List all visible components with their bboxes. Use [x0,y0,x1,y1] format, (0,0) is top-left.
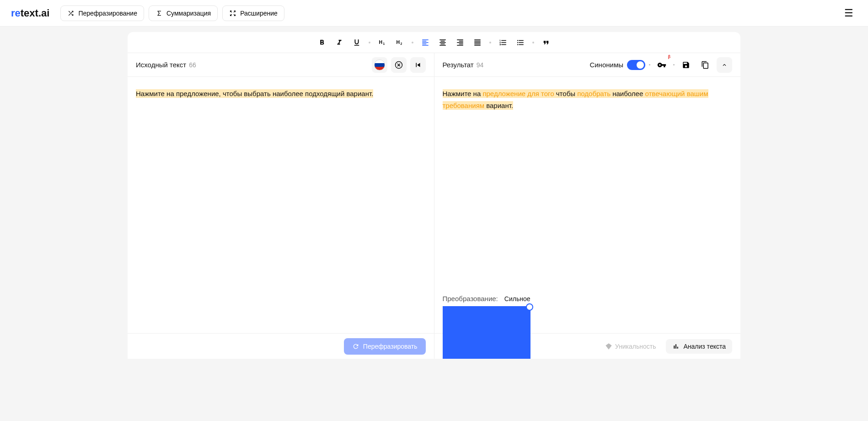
mode-rephrase[interactable]: Перефразирование [60,5,144,21]
save-icon [682,61,690,69]
h1-button[interactable]: H1 [375,35,390,50]
synonyms-label: Синонимы [589,61,623,69]
transform-slider[interactable] [443,306,530,359]
close-circle-icon [395,61,403,69]
chevron-first-icon [414,61,422,69]
panel-headers: Исходный текст 66 Результат 94 Синонимы … [128,53,740,77]
svg-text:2: 2 [401,42,402,45]
save-button[interactable] [678,57,694,73]
collapse-left-button[interactable] [410,57,426,73]
shuffle-icon [67,10,75,17]
flag-ru-icon [374,59,385,70]
beta-badge: β [668,54,671,59]
source-header: Исходный текст 66 [128,53,434,76]
menu-icon[interactable]: ☰ [841,5,857,21]
source-count: 66 [189,61,196,69]
top-bar: retext.ai Перефразирование Суммаризация … [0,0,868,27]
align-left-button[interactable] [418,35,433,50]
collapse-button[interactable] [717,57,732,73]
separator [369,42,370,43]
mode-buttons: Перефразирование Суммаризация Расширение [60,5,284,21]
rephrase-button[interactable]: Перефразировать [344,338,426,355]
sigma-icon [155,10,163,17]
italic-button[interactable] [332,35,347,50]
result-sentence[interactable]: Нажмите на предложение для того чтобы по… [443,89,708,110]
svg-text:H: H [379,39,383,45]
svg-text:H: H [396,39,400,45]
footer-right: Преобразование: Сильное Уникальность Ана… [434,334,741,359]
align-right-button[interactable] [453,35,467,50]
underline-button[interactable] [349,35,364,50]
format-toolbar: H1 H2 [128,32,740,53]
refresh-icon [352,343,359,350]
quote-button[interactable] [539,35,553,50]
source-text-area[interactable]: Нажмите на предложение, чтобы выбрать на… [128,77,434,333]
synonyms-toggle[interactable] [627,60,645,70]
diamond-icon [605,343,612,350]
separator [649,64,650,65]
key-icon [657,60,666,70]
chevron-up-icon [721,62,728,68]
separator [489,42,491,43]
unordered-list-button[interactable] [513,35,528,50]
transform-control: Преобразование: Сильное [443,295,530,359]
footer: Перефразировать Преобразование: Сильное … [128,333,740,359]
separator [412,42,413,43]
mode-summarize[interactable]: Суммаризация [149,5,218,21]
source-sentence[interactable]: Нажмите на предложение, чтобы выбрать на… [136,89,373,98]
uniqueness-button[interactable]: Уникальность [600,339,662,354]
transform-value: Сильное [504,295,530,302]
separator [673,64,675,65]
result-title: Результат [443,61,474,69]
expand-icon [229,10,236,17]
chart-icon [672,343,680,350]
editor-container: H1 H2 Исходный текст 66 Результат 94 Син… [128,32,740,359]
separator [532,42,534,43]
transform-label: Преобразование: [443,295,498,302]
result-header: Результат 94 Синонимы β [434,53,741,76]
logo[interactable]: retext.ai [11,7,49,19]
mode-expand[interactable]: Расширение [222,5,284,21]
copy-icon [701,61,709,69]
analysis-button[interactable]: Анализ текста [666,339,732,354]
align-justify-button[interactable] [470,35,485,50]
result-count: 94 [477,61,484,69]
copy-button[interactable] [697,57,713,73]
svg-text:1: 1 [383,42,385,45]
ordered-list-button[interactable] [496,35,510,50]
content-area: Нажмите на предложение, чтобы выбрать на… [128,77,740,333]
align-center-button[interactable] [435,35,450,50]
language-button[interactable] [372,57,387,73]
bold-button[interactable] [315,35,329,50]
clear-button[interactable] [391,57,407,73]
key-button[interactable]: β [654,57,670,73]
source-title: Исходный текст [136,61,186,69]
footer-left: Перефразировать [128,334,434,359]
h2-button[interactable]: H2 [392,35,407,50]
